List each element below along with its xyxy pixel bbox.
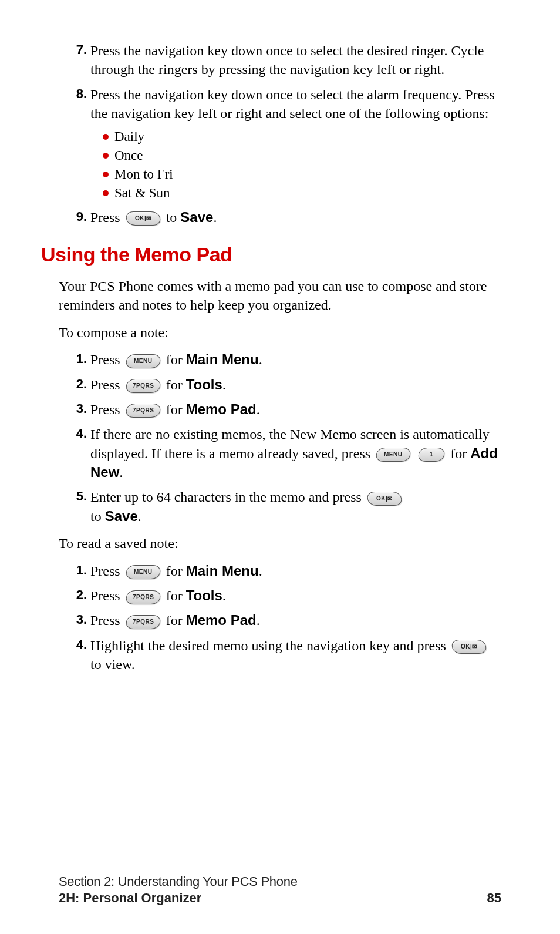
target-label: Main Menu	[186, 563, 259, 579]
intro-paragraph: Your PCS Phone comes with a memo pad you…	[59, 277, 501, 315]
text: for	[166, 377, 186, 392]
text: .	[119, 465, 123, 480]
text: Press	[90, 613, 120, 628]
frequency-options: Daily Once Mon to Fri Sat & Sun	[103, 129, 501, 201]
page: 7. Press the navigation key down once to…	[0, 0, 560, 934]
text: .	[259, 352, 262, 367]
compose-step-1: 1. Press MENU for Main Menu.	[70, 350, 501, 369]
page-footer: Section 2: Understanding Your PCS Phone …	[59, 874, 501, 906]
text: for	[166, 352, 186, 367]
text: for	[166, 563, 186, 579]
ok-key-icon: OK|✉	[366, 492, 402, 506]
step-number: 7.	[70, 41, 87, 59]
text: for	[166, 402, 186, 417]
text: Press	[90, 402, 120, 417]
text: Highlight the desired memo using the nav…	[90, 638, 446, 653]
option-mon-fri: Mon to Fri	[103, 167, 501, 182]
text: Press	[90, 588, 120, 603]
target-label: Save	[105, 508, 138, 524]
seven-key-icon: 7PQRS	[125, 379, 161, 393]
target-label: Memo Pad	[186, 612, 257, 628]
step-text: Press 7PQRS for Memo Pad.	[90, 611, 501, 630]
step-number: 3.	[70, 611, 87, 629]
menu-key-icon: MENU	[125, 565, 161, 579]
footer-section: Section 2: Understanding Your PCS Phone	[59, 874, 501, 889]
menu-key-icon: MENU	[375, 448, 411, 462]
target-label: Tools	[186, 587, 222, 603]
step-text: Highlight the desired memo using the nav…	[90, 636, 501, 674]
seven-key-icon: 7PQRS	[125, 404, 161, 418]
footer-subsection: 2H: Personal Organizer	[59, 891, 201, 906]
bullet-icon	[103, 172, 109, 177]
step-number: 2.	[70, 586, 87, 604]
one-key-icon: 1	[417, 448, 445, 462]
text: Enter up to 64 characters in the memo an…	[90, 489, 362, 505]
page-number: 85	[487, 891, 501, 906]
step-7: 7. Press the navigation key down once to…	[70, 41, 501, 79]
step-number: 8.	[70, 85, 87, 103]
text: Press	[90, 563, 120, 579]
step-text: Press the navigation key down once to se…	[90, 85, 501, 123]
text: Press	[90, 352, 120, 367]
bullet-icon	[103, 153, 109, 159]
text: .	[138, 509, 141, 524]
step-9: 9. Press OK|✉ to Save.	[70, 208, 501, 227]
option-label: Daily	[114, 129, 144, 145]
target-label: Main Menu	[186, 351, 259, 367]
text: for	[166, 588, 186, 603]
text: .	[259, 563, 262, 579]
step-text: Press OK|✉ to Save.	[90, 208, 501, 227]
ok-key-icon: OK|✉	[125, 211, 161, 226]
step-text: Press 7PQRS for Memo Pad.	[90, 400, 501, 419]
read-step-3: 3. Press 7PQRS for Memo Pad.	[70, 611, 501, 630]
step-text: Press MENU for Main Menu.	[90, 350, 501, 369]
text: .	[222, 377, 226, 392]
menu-key-icon: MENU	[125, 354, 161, 368]
step-number: 4.	[70, 425, 87, 442]
step-number: 4.	[70, 636, 87, 654]
ok-key-icon: OK|✉	[451, 640, 487, 654]
option-daily: Daily	[103, 129, 501, 145]
step-text: Enter up to 64 characters in the memo an…	[90, 488, 501, 526]
step-text: Press the navigation key down once to se…	[90, 41, 501, 79]
read-lead: To read a saved note:	[59, 534, 501, 553]
step-number: 3.	[70, 400, 87, 418]
option-once: Once	[103, 148, 501, 163]
text: for	[166, 613, 186, 628]
seven-key-icon: 7PQRS	[125, 615, 161, 629]
text: for	[450, 446, 470, 461]
step-number: 1.	[70, 350, 87, 368]
step-text: If there are no existing memos, the New …	[90, 425, 501, 482]
step-text: Press 7PQRS for Tools.	[90, 586, 501, 605]
compose-step-4: 4. If there are no existing memos, the N…	[70, 425, 501, 482]
read-step-4: 4. Highlight the desired memo using the …	[70, 636, 501, 674]
text: .	[213, 210, 217, 225]
option-sat-sun: Sat & Sun	[103, 186, 501, 201]
bullet-icon	[103, 134, 109, 140]
bullet-icon	[103, 190, 109, 196]
compose-step-3: 3. Press 7PQRS for Memo Pad.	[70, 400, 501, 419]
step-number: 1.	[70, 562, 87, 579]
step-8: 8. Press the navigation key down once to…	[70, 85, 501, 123]
text: to	[166, 210, 181, 225]
step-number: 5.	[70, 488, 87, 505]
compose-step-5: 5. Enter up to 64 characters in the memo…	[70, 488, 501, 526]
section-title: Using the Memo Pad	[41, 243, 501, 266]
text: Press	[90, 210, 120, 225]
step-number: 9.	[70, 208, 87, 226]
text: .	[257, 402, 260, 417]
text: .	[222, 588, 226, 603]
compose-lead: To compose a note:	[59, 323, 501, 342]
target-label: Tools	[186, 377, 222, 392]
step-text: Press MENU for Main Menu.	[90, 562, 501, 580]
option-label: Once	[114, 148, 143, 163]
save-label: Save	[180, 209, 213, 225]
option-label: Mon to Fri	[114, 167, 173, 182]
read-step-2: 2. Press 7PQRS for Tools.	[70, 586, 501, 605]
text: to	[90, 509, 105, 524]
text: Press	[90, 377, 120, 392]
seven-key-icon: 7PQRS	[125, 590, 161, 604]
step-text: Press 7PQRS for Tools.	[90, 375, 501, 394]
step-number: 2.	[70, 375, 87, 393]
text: .	[257, 613, 260, 628]
